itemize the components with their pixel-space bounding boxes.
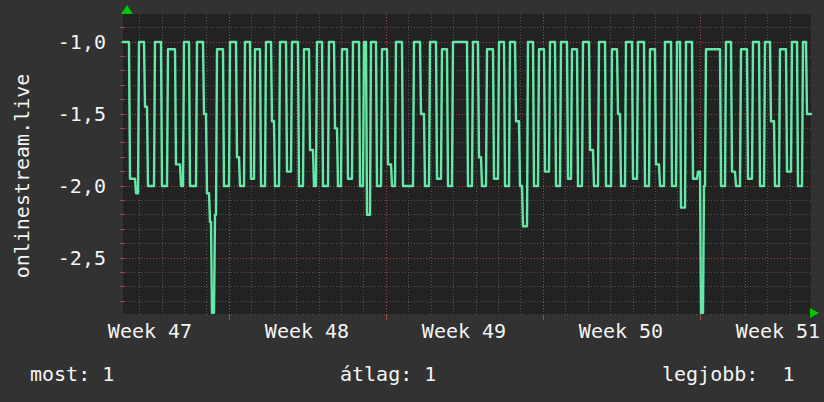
stat-best-label: legjobb: [662, 362, 770, 386]
stat-average: átlag:1 [340, 362, 436, 386]
stat-best-value: 1 [782, 362, 794, 386]
x-tick-label-week50: Week 50 [579, 320, 663, 342]
y-tick-label: -1,5 [22, 103, 106, 125]
stat-average-value: 1 [424, 362, 436, 386]
y-tick-label: -1,0 [22, 31, 106, 53]
y-tick-label: -2,5 [22, 247, 106, 269]
y-tick-label: -2,0 [22, 175, 106, 197]
x-tick-label-week48: Week 48 [265, 320, 349, 342]
plot-area [123, 14, 811, 315]
y-axis-arrow-up-icon [121, 5, 133, 14]
stat-best: legjobb: 1 [662, 362, 794, 386]
stat-current-value: 1 [102, 362, 114, 386]
stat-average-label: átlag: [340, 362, 412, 386]
x-tick-label-week49: Week 49 [422, 320, 506, 342]
x-tick-label-week47: Week 47 [108, 320, 192, 342]
x-axis-arrow-right-icon [810, 308, 819, 318]
graph-panel: onlinestream.live -1,0 -1,5 -2,0 -2,5 We… [0, 0, 824, 402]
x-tick-label-week51: Week 51 [736, 320, 820, 342]
stat-current-label: most: [30, 362, 90, 386]
stat-current: most:1 [30, 362, 114, 386]
latency-line-chart [123, 14, 811, 315]
